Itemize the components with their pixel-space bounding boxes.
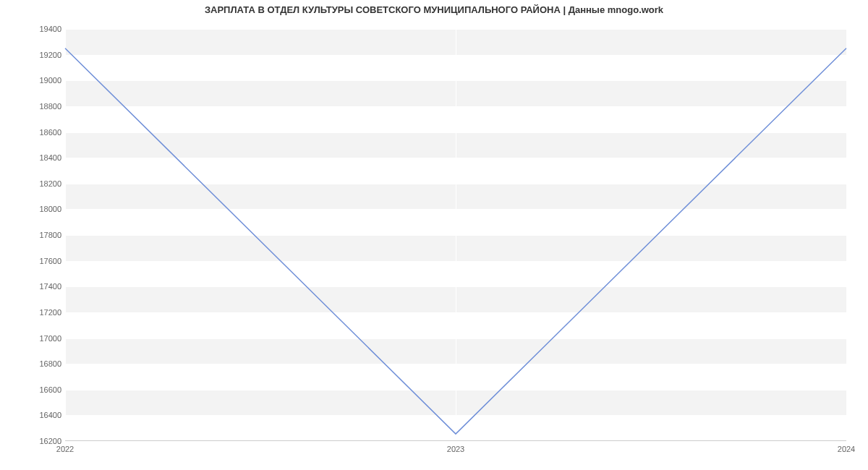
y-tick-label: 18400	[18, 153, 61, 162]
y-tick-label: 16600	[18, 385, 61, 394]
y-gridline	[65, 441, 846, 442]
y-tick-label: 16200	[18, 437, 61, 445]
x-gridline	[846, 29, 847, 440]
y-tick-label: 18000	[18, 205, 61, 213]
y-tick-label: 18600	[18, 128, 61, 137]
y-tick-label: 19000	[18, 76, 61, 85]
y-tick-label: 17800	[18, 231, 61, 239]
y-tick-label: 17200	[18, 308, 61, 317]
y-tick-label: 17000	[18, 334, 61, 343]
y-tick-label: 19400	[18, 25, 61, 33]
y-tick-label: 18200	[18, 179, 61, 188]
x-tick-label: 2022	[56, 445, 74, 453]
data-line	[65, 48, 846, 434]
chart-title: ЗАРПЛАТА В ОТДЕЛ КУЛЬТУРЫ СОВЕТСКОГО МУН…	[0, 4, 868, 15]
y-tick-label: 18800	[18, 102, 61, 111]
chart-container: ЗАРПЛАТА В ОТДЕЛ КУЛЬТУРЫ СОВЕТСКОГО МУН…	[0, 0, 868, 470]
y-tick-label: 16800	[18, 359, 61, 368]
y-tick-label: 17600	[18, 257, 61, 265]
y-tick-label: 16400	[18, 411, 61, 419]
y-tick-label: 19200	[18, 51, 61, 59]
y-tick-label: 17400	[18, 282, 61, 291]
x-tick-label: 2024	[838, 445, 855, 453]
x-tick-label: 2023	[447, 445, 464, 453]
line-series	[65, 29, 846, 440]
plot-area	[65, 29, 846, 441]
